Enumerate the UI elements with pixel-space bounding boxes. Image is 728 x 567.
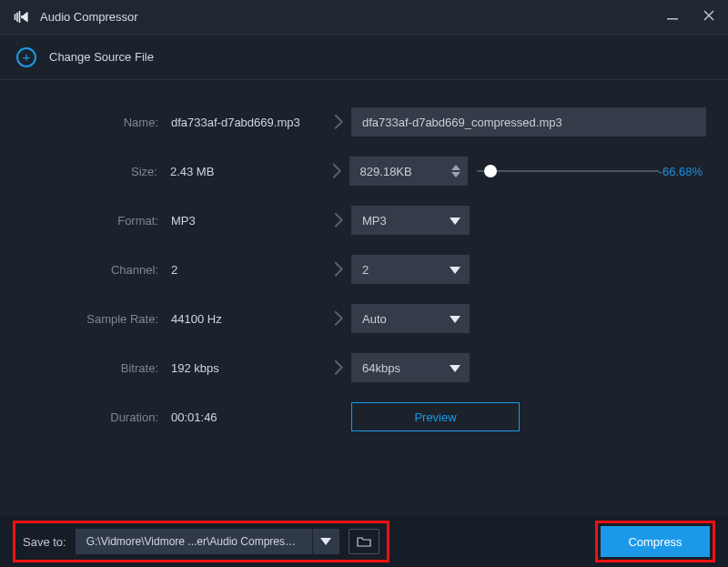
current-name: dfa733af-d7abd669.mp3 [171, 116, 326, 129]
target-size-value: 829.18KB [360, 165, 412, 178]
current-bitrate: 192 kbps [171, 361, 326, 375]
chevron-down-icon [450, 263, 460, 277]
folder-icon [357, 536, 371, 547]
target-sample-rate-select[interactable]: Auto [351, 304, 470, 333]
size-slider-thumb[interactable] [484, 165, 497, 177]
compress-annotation: Compress [595, 521, 715, 562]
arrow-icon [326, 310, 351, 327]
app-audio-icon [13, 11, 31, 24]
add-source-icon[interactable]: + [16, 47, 36, 67]
target-size-spinbox[interactable]: 829.18KB [349, 157, 468, 186]
browse-folder-button[interactable] [349, 529, 379, 554]
size-slider-wrap: -66.68% [477, 165, 712, 178]
row-format: Format: MP3 MP3 [16, 206, 712, 235]
chevron-down-icon [320, 538, 331, 545]
row-size: Size: 2.43 MB 829.18KB -66.68% [16, 157, 712, 186]
bottom-bar: Save to: G:\Vidmore\Vidmore ...er\Audio … [0, 516, 728, 567]
spinner-up-icon [451, 165, 460, 170]
compress-button-label: Compress [628, 535, 682, 549]
preview-button[interactable]: Preview [351, 402, 520, 431]
target-channel-value: 2 [362, 263, 369, 277]
arrow-icon [326, 261, 351, 278]
svg-rect-0 [667, 18, 678, 20]
save-to-path[interactable]: G:\Vidmore\Vidmore ...er\Audio Compresse… [76, 535, 312, 548]
close-button[interactable] [703, 9, 715, 25]
save-to-annotation: Save to: G:\Vidmore\Vidmore ...er\Audio … [13, 521, 389, 562]
save-to-dropdown[interactable] [312, 529, 339, 554]
titlebar: Audio Compressor [0, 0, 728, 35]
row-bitrate: Bitrate: 192 kbps 64kbps [16, 353, 712, 382]
arrow-icon [326, 212, 351, 228]
save-to-field: G:\Vidmore\Vidmore ...er\Audio Compresse… [76, 529, 339, 554]
target-name-input[interactable]: dfa733af-d7abd669_compressed.mp3 [351, 107, 706, 137]
arrow-icon [326, 359, 351, 376]
arrow-icon [324, 163, 349, 179]
chevron-down-icon [450, 312, 460, 326]
label-duration: Duration: [16, 410, 171, 424]
target-format-value: MP3 [362, 214, 387, 228]
settings-form: Name: dfa733af-d7abd669.mp3 dfa733af-d7a… [0, 80, 728, 431]
compress-button[interactable]: Compress [601, 526, 710, 557]
label-bitrate: Bitrate: [16, 361, 171, 375]
size-slider[interactable] [477, 170, 659, 172]
label-size: Size: [16, 165, 170, 178]
current-format: MP3 [171, 214, 326, 228]
size-reduction-percent: -66.68% [659, 165, 703, 178]
chevron-down-icon [450, 214, 460, 228]
target-bitrate-select[interactable]: 64kbps [351, 353, 470, 382]
change-source-label[interactable]: Change Source File [49, 50, 154, 64]
arrow-icon [326, 114, 351, 130]
save-to-label: Save to: [23, 535, 66, 549]
label-channel: Channel: [16, 263, 171, 277]
row-sample-rate: Sample Rate: 44100 Hz Auto [16, 304, 712, 333]
label-name: Name: [16, 116, 171, 129]
row-channel: Channel: 2 2 [16, 255, 712, 284]
target-name-value: dfa733af-d7abd669_compressed.mp3 [362, 116, 562, 129]
spinner-down-icon [451, 172, 460, 177]
label-sample-rate: Sample Rate: [16, 312, 171, 326]
target-bitrate-value: 64kbps [362, 361, 400, 375]
target-sample-rate-value: Auto [362, 312, 387, 326]
chevron-down-icon [450, 361, 460, 375]
current-channel: 2 [171, 263, 326, 277]
label-format: Format: [16, 214, 171, 228]
preview-button-label: Preview [414, 410, 456, 424]
window-controls [666, 9, 715, 25]
target-channel-select[interactable]: 2 [351, 255, 470, 284]
minimize-button[interactable] [666, 9, 679, 25]
row-duration: Duration: 00:01:46 Preview [16, 402, 712, 431]
window-title: Audio Compressor [40, 10, 138, 24]
current-duration: 00:01:46 [171, 410, 326, 424]
row-name: Name: dfa733af-d7abd669.mp3 dfa733af-d7a… [16, 107, 712, 137]
target-format-select[interactable]: MP3 [351, 206, 470, 235]
current-sample-rate: 44100 Hz [171, 312, 326, 326]
spinner-arrows[interactable] [451, 165, 460, 177]
source-bar: + Change Source File [0, 35, 728, 80]
current-size: 2.43 MB [170, 165, 324, 178]
